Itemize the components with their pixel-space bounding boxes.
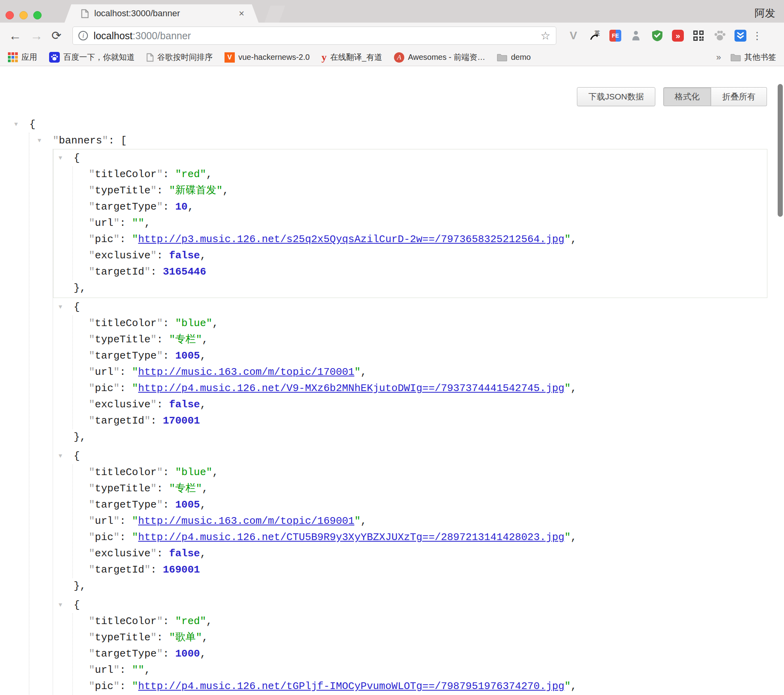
json-token: " <box>564 680 571 692</box>
json-key: exclusive <box>95 399 150 411</box>
json-line: "pic": "http://p3.music.126.net/s25q2x5Q… <box>89 231 767 248</box>
browser-tab[interactable]: localhost:3000/banner × <box>65 4 259 23</box>
json-token: " <box>89 466 95 478</box>
json-key: targetType <box>95 499 157 511</box>
json-key: titleColor <box>95 317 157 329</box>
new-tab-button[interactable] <box>265 6 285 23</box>
json-link[interactable]: http://music.163.com/m/topic/169001 <box>138 515 354 527</box>
format-button[interactable]: 格式化 <box>663 87 711 106</box>
url-text[interactable]: localhost:3000/banner <box>93 30 540 42</box>
page-info-icon[interactable]: i <box>78 31 88 40</box>
bookmark-youdao[interactable]: y 在线翻译_有道 <box>322 52 382 63</box>
bookmark-folder-demo[interactable]: demo <box>497 53 531 62</box>
bookmark-vue-hackernews[interactable]: V vue-hackernews-2.0 <box>225 52 310 63</box>
json-key: typeTitle <box>95 334 150 346</box>
qr-code-icon[interactable] <box>692 29 705 42</box>
json-token: { <box>74 599 80 611</box>
back-icon[interactable]: ← <box>9 29 21 42</box>
json-token: " <box>157 499 163 511</box>
json-token: , <box>361 366 367 378</box>
json-token: " <box>132 515 138 527</box>
collapse-toggle-icon[interactable]: ▼ <box>59 448 74 464</box>
collapse-toggle-icon[interactable]: ▼ <box>59 299 74 315</box>
collapse-toggle-icon[interactable]: ▼ <box>59 597 74 613</box>
json-key: targetType <box>95 648 157 660</box>
paw-icon[interactable] <box>713 29 727 42</box>
fast-forward-icon[interactable]: » <box>672 30 684 42</box>
json-token: : <box>157 185 169 197</box>
json-value-number: 10 <box>175 201 187 213</box>
bookmark-apps[interactable]: 应用 <box>8 52 37 63</box>
json-token: " <box>89 168 95 180</box>
json-link[interactable]: http://p4.music.126.net/CTU5B9R9y3XyYBZX… <box>138 531 565 543</box>
awesomes-a-icon: A <box>394 52 404 63</box>
address-bar[interactable]: i localhost:3000/banner ☆ <box>72 27 556 45</box>
json-key: pic <box>95 531 114 543</box>
close-window-button[interactable] <box>6 11 14 19</box>
browser-menu-icon[interactable]: ⋮ <box>752 30 762 42</box>
download-json-button[interactable]: 下载JSON数据 <box>577 87 655 106</box>
json-line: "url": "", <box>89 215 767 231</box>
json-line: "pic": "http://p4.music.126.net/V9-MXz6b… <box>89 380 767 397</box>
json-value-string: "" <box>132 664 144 676</box>
json-token: " <box>150 334 157 346</box>
bookmarks-overflow-icon[interactable]: » <box>716 52 721 63</box>
maximize-window-button[interactable] <box>33 11 42 19</box>
collapse-all-button[interactable]: 折叠所有 <box>711 87 767 106</box>
collapse-toggle-icon[interactable]: ▼ <box>38 133 53 149</box>
blue-shield-icon[interactable] <box>735 30 746 42</box>
json-link[interactable]: http://p4.music.126.net/tGPljf-IMOCyPvum… <box>138 680 565 692</box>
fe-helper-icon[interactable]: FE <box>609 30 621 42</box>
json-link[interactable]: http://music.163.com/m/topic/170001 <box>138 366 354 378</box>
json-line: "url": "", <box>89 662 767 678</box>
json-token: , <box>144 664 150 676</box>
json-key: pic <box>95 233 114 245</box>
json-token: " <box>89 317 95 329</box>
json-link[interactable]: http://p3.music.126.net/s25q2x5QyqsAzilC… <box>138 233 565 245</box>
vertical-scrollbar[interactable] <box>778 84 783 217</box>
banners-array: ▼{"titleColor": "red","typeTitle": "新碟首发… <box>53 149 767 695</box>
vue-devtools-icon[interactable]: V <box>567 29 580 42</box>
json-token: : <box>157 250 169 262</box>
bookmark-awesomes[interactable]: A Awesomes - 前端资… <box>394 52 485 63</box>
json-token: : <box>157 632 169 643</box>
json-value-number: 1000 <box>175 648 200 660</box>
json-token: , <box>202 632 208 643</box>
json-token: : <box>163 350 175 362</box>
tab-close-icon[interactable]: × <box>236 8 247 19</box>
minimize-window-button[interactable] <box>19 11 28 19</box>
browser-profile-name[interactable]: 阿发 <box>755 6 775 20</box>
reload-icon[interactable]: ⟳ <box>51 30 61 42</box>
json-token: " <box>150 399 157 411</box>
json-key: exclusive <box>95 250 150 262</box>
json-token: " <box>132 680 138 692</box>
browser-toolbar: ← → ⟳ i localhost:3000/banner ☆ V 英 FE <box>0 23 784 49</box>
bookmark-baidu[interactable]: 百度一下，你就知道 <box>49 52 135 63</box>
green-shield-icon[interactable] <box>651 29 664 42</box>
json-token: }, <box>74 282 86 294</box>
json-link[interactable]: http://p4.music.126.net/V9-MXz6b2MNhEKju… <box>138 382 565 394</box>
json-line: "titleColor": "blue", <box>89 315 767 332</box>
json-token: " <box>113 233 120 245</box>
json-key: titleColor <box>95 466 157 478</box>
json-token: , <box>200 399 206 411</box>
bookmark-star-icon[interactable]: ☆ <box>540 29 550 42</box>
json-token: : <box>120 217 132 229</box>
json-key: pic <box>95 382 114 394</box>
json-value-string: "专栏" <box>169 483 202 495</box>
person-icon[interactable] <box>629 29 643 42</box>
youdao-translate-icon[interactable]: 英 <box>588 29 601 42</box>
collapse-toggle-icon[interactable]: ▼ <box>14 116 29 133</box>
collapse-toggle-icon[interactable]: ▼ <box>59 150 74 166</box>
json-root-line: ▼{ <box>14 116 784 133</box>
json-token: : <box>157 334 169 346</box>
json-token: " <box>144 266 150 278</box>
json-line: "targetId": 3165446 <box>89 264 767 280</box>
json-token: " <box>89 648 95 660</box>
json-token: " <box>113 680 120 692</box>
other-bookmarks-folder[interactable]: 其他书签 <box>731 52 776 63</box>
bookmark-google-sort[interactable]: 谷歌按时间排序 <box>147 52 213 63</box>
json-banners-line: ▼"banners": [ <box>38 133 784 149</box>
youdao-y-icon: y <box>322 52 327 63</box>
json-value-string: "新碟首发" <box>169 185 223 197</box>
